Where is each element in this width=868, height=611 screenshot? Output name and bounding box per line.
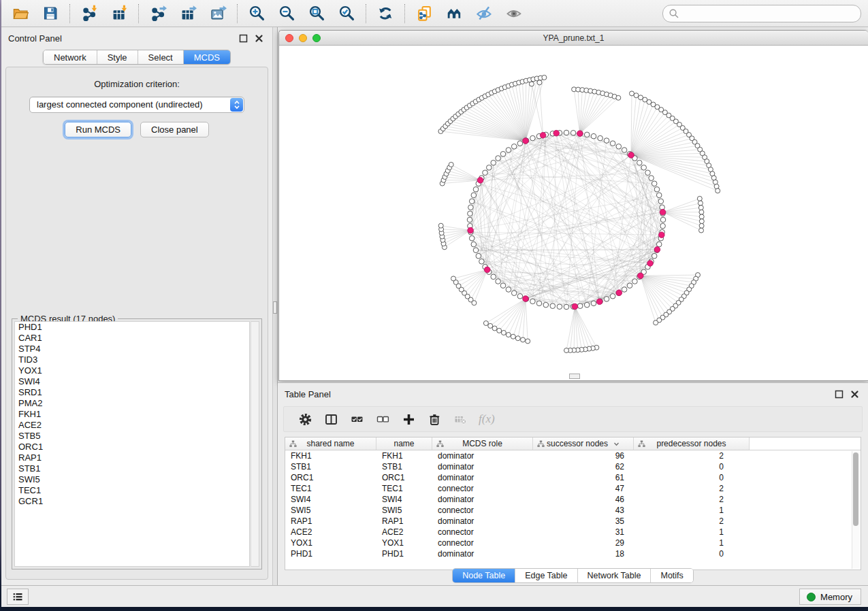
splitter-grip[interactable] [273,301,277,314]
table-row[interactable]: ACE2ACE2connector311 [285,527,861,538]
optimization-criterion-label: Optimization criterion: [6,79,268,89]
main-toolbar [1,0,868,27]
cell-successor-nodes: 96 [533,450,634,461]
binoculars-icon[interactable] [445,4,464,23]
tab-select[interactable]: Select [138,50,184,64]
table-row[interactable]: YOX1YOX1connector291 [285,538,861,548]
zoom-in-icon[interactable] [247,4,266,23]
cell-name: YOX1 [376,538,432,548]
run-mcds-button[interactable]: Run MCDS [65,122,131,137]
cell-successor-nodes: 18 [533,548,634,559]
mcds-list-item[interactable]: RAP1 [15,452,249,463]
close-table-panel-icon[interactable] [850,389,859,398]
cell-name: STB1 [376,461,432,472]
column-header-name[interactable]: name [376,437,432,450]
network-window-titlebar[interactable]: YPA_prune.txt_1 [279,31,868,46]
table-row[interactable]: FKH1FKH1dominator962 [285,450,861,461]
cell-name: SWI5 [376,505,432,516]
cell-predecessor-nodes: 1 [634,538,750,548]
search-input[interactable] [679,6,861,21]
zoom-out-icon[interactable] [277,4,296,23]
mcds-list-item[interactable]: SWI5 [15,474,249,485]
mcds-list-item[interactable]: FKH1 [15,409,249,420]
mcds-list-item[interactable]: YOX1 [15,365,249,376]
import-network-icon[interactable] [80,4,99,23]
open-folder-icon[interactable] [11,4,30,23]
export-network-icon[interactable] [148,4,167,23]
cell-name: ACE2 [376,527,432,538]
table-row[interactable]: TEC1TEC1connector472 [285,483,861,494]
control-panel-title: Control Panel [8,33,62,44]
close-panel-button[interactable]: Close panel [140,122,209,137]
mcds-list-item[interactable]: ORC1 [15,442,249,452]
search-box[interactable] [662,5,861,22]
mcds-list-item[interactable]: GCR1 [15,496,249,507]
mcds-list-item[interactable]: SWI4 [15,376,249,387]
delete-column-icon[interactable] [426,411,443,427]
table-row[interactable]: SWI5SWI5connector431 [285,505,861,516]
optimization-dropdown[interactable]: largest connected component (undirected) [29,97,244,113]
tab-motifs[interactable]: Motifs [651,569,692,582]
table-scrollbar[interactable] [852,451,860,569]
cell-successor-nodes: 29 [533,538,634,548]
table-row[interactable]: PHD1PHD1dominator180 [285,548,861,559]
tab-style[interactable]: Style [97,50,138,64]
refresh-icon[interactable] [376,4,395,23]
mcds-result-list[interactable]: PHD1CAR1STP4TID3YOX1SWI4SRD1PMA2FKH1ACE2… [14,321,250,567]
cell-name: SWI4 [376,494,432,505]
show-eye-icon[interactable] [504,4,524,23]
table-scrollbar-thumb[interactable] [853,452,858,526]
mcds-list-item[interactable]: TID3 [15,354,249,365]
table-row[interactable]: SWI4SWI4dominator462 [285,494,861,505]
table-row[interactable]: RAP1RAP1dominator352 [285,516,861,527]
mcds-list-scrollbar[interactable] [251,321,259,567]
mcds-list-item[interactable]: SRD1 [15,387,249,398]
table-row[interactable]: ORC1ORC1dominator610 [285,472,861,483]
mcds-list-item[interactable]: PHD1 [15,322,249,333]
import-table-icon[interactable] [110,4,129,23]
zoom-selected-icon[interactable] [337,4,356,23]
float-table-panel-icon[interactable] [835,389,843,398]
tab-edge-table[interactable]: Edge Table [515,569,577,582]
select-all-icon[interactable] [349,411,365,427]
mcds-list-item[interactable]: ACE2 [15,420,249,431]
horizontal-splitter-grip[interactable] [569,374,580,379]
mcds-list-item[interactable]: TEC1 [15,485,249,496]
table-row[interactable]: STB1STB1dominator620 [285,461,861,472]
cell-predecessor-nodes: 2 [634,450,750,461]
table-toolbar: f(x) [283,406,863,432]
close-panel-icon[interactable] [255,33,263,42]
tab-network[interactable]: Network [44,50,97,64]
mcds-list-item[interactable]: STB1 [15,463,249,474]
cell-successor-nodes: 62 [533,461,634,472]
tab-mcds[interactable]: MCDS [184,50,230,64]
export-table-icon[interactable] [178,4,197,23]
split-columns-icon[interactable] [323,411,339,427]
memory-button[interactable]: Memory [799,589,861,605]
save-icon[interactable] [41,4,60,23]
column-header-successor-nodes[interactable]: successor nodes [533,437,634,450]
export-image-icon[interactable] [208,4,227,23]
gear-icon[interactable] [297,411,313,427]
vertical-splitter[interactable] [272,27,278,585]
cell-predecessor-nodes: 0 [634,461,750,472]
column-header-shared-name[interactable]: shared name [285,437,376,450]
mcds-list-item[interactable]: CAR1 [15,333,249,344]
memory-status-icon [807,593,816,601]
mcds-list-item[interactable]: STP4 [15,344,249,354]
add-column-icon[interactable] [400,411,417,427]
column-header-MCDS-role[interactable]: MCDS role [432,437,533,450]
copy-network-icon[interactable] [415,4,434,23]
mcds-list-item[interactable]: STB5 [15,431,249,442]
mcds-list-item[interactable]: PMA2 [15,398,249,409]
cell-MCDS-role: connector [432,483,533,494]
task-history-button[interactable] [7,589,29,605]
float-panel-icon[interactable] [239,33,248,42]
network-canvas[interactable] [279,46,868,380]
deselect-all-icon[interactable] [374,411,391,427]
column-header-predecessor-nodes[interactable]: predecessor nodes [634,437,750,450]
tab-node-table[interactable]: Node Table [453,569,515,582]
zoom-fit-icon[interactable] [307,4,326,23]
tab-network-table[interactable]: Network Table [578,569,652,582]
hide-eye-icon[interactable] [475,4,494,23]
